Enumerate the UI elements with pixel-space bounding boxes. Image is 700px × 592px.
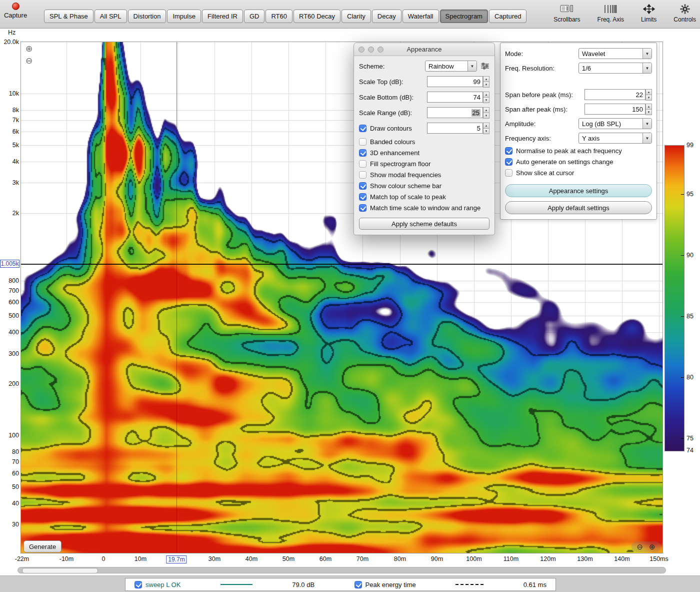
tab-decay[interactable]: Decay	[372, 10, 402, 23]
toolbar-button-scrollbars[interactable]: Scrollbars	[554, 3, 580, 23]
spin-down-icon[interactable]: ▼	[483, 113, 490, 119]
contour-interval-field[interactable]: 5	[427, 123, 483, 134]
fill-spectrogram-floor-checkbox[interactable]	[359, 160, 366, 168]
zoom-out-icon[interactable]: ⊖	[26, 57, 32, 65]
span-after-peak-spin-buttons[interactable]: ▲▼	[646, 104, 652, 115]
time-tick-label: 50m	[282, 555, 294, 562]
dialog-titlebar[interactable]: Appearance	[354, 43, 494, 56]
scale-range-field[interactable]: 25	[427, 107, 483, 118]
cursor-vertical-line	[176, 42, 177, 553]
horizontal-scrollbar[interactable]	[18, 567, 666, 573]
maximize-icon[interactable]	[378, 47, 384, 53]
frequency-axis-select[interactable]: Y axis▼	[578, 133, 652, 144]
freq-tick-label: 8k	[0, 107, 19, 114]
toolbar-button-freq-axis[interactable]: Freq. Axis	[598, 3, 624, 23]
tab-rt60-decay[interactable]: RT60 Decay	[294, 10, 340, 23]
spin-down-icon[interactable]: ▼	[483, 82, 490, 88]
match-time-scale-to-window-checkbox[interactable]	[359, 204, 366, 212]
time-tick-label: 60m	[320, 555, 332, 562]
scrollbar-thumb[interactable]	[22, 568, 98, 573]
spin-down-icon[interactable]: ▼	[483, 98, 490, 103]
spin-down-icon[interactable]: ▼	[646, 95, 652, 101]
spin-up-icon[interactable]: ▲	[483, 92, 490, 98]
scale-bottom-spin-buttons[interactable]: ▲▼	[483, 92, 490, 103]
scheme-select[interactable]: Rainbow▼	[425, 61, 477, 72]
3d-enhancement-row: 3D enhancement	[359, 149, 490, 157]
mode-select[interactable]: Wavelet▼	[578, 48, 652, 59]
peak-energy-checkbox[interactable]	[354, 581, 362, 588]
span-before-peak-field[interactable]: 22	[584, 89, 646, 100]
apply-default-settings-button[interactable]: Apply default settings	[505, 201, 652, 214]
time-tick-label: 100m	[466, 555, 482, 562]
spin-up-icon[interactable]: ▲	[483, 76, 490, 82]
tab-gd[interactable]: GD	[244, 10, 265, 23]
freq-resolution-select[interactable]: 1/6▼	[578, 63, 652, 74]
scale-top-field[interactable]: 99	[427, 76, 483, 87]
spin-down-icon[interactable]: ▼	[483, 129, 490, 134]
show-slice-at-cursor-row: Show slice at cursor	[505, 169, 652, 177]
minimize-icon[interactable]	[368, 47, 374, 53]
freq-tick-label: 70	[0, 458, 19, 465]
capture-label: Capture	[4, 12, 27, 19]
spin-up-icon[interactable]: ▲	[646, 104, 652, 110]
toolbar-button-controls[interactable]: Controls	[674, 3, 696, 23]
freq-tick-label: 20.0k	[0, 39, 19, 46]
tab-clarity[interactable]: Clarity	[342, 10, 371, 23]
capture-button[interactable]: Capture	[2, 3, 29, 19]
tab-impulse[interactable]: Impulse	[167, 10, 201, 23]
tab-distortion[interactable]: Distortion	[128, 10, 166, 23]
sweep-trace-checkbox[interactable]	[134, 581, 142, 588]
show-modal-frequencies-checkbox[interactable]	[359, 171, 366, 179]
span-after-peak-field[interactable]: 150	[584, 104, 646, 115]
peak-energy-item: Peak energy time	[354, 581, 416, 588]
spin-up-icon[interactable]: ▲	[646, 89, 652, 95]
toolbar-button-limits[interactable]: Limits	[641, 3, 656, 23]
show-colour-scheme-bar-checkbox[interactable]	[359, 182, 366, 190]
tab-filtered-ir[interactable]: Filtered IR	[202, 10, 243, 23]
spin-up-icon[interactable]: ▲	[483, 123, 490, 129]
cursor-freq-label: 1.005k	[0, 260, 20, 268]
tab-captured[interactable]: Captured	[489, 10, 526, 23]
freq-tick-label: 3k	[0, 179, 19, 186]
tab-all-spl[interactable]: All SPL	[94, 10, 127, 23]
apply-scheme-defaults-button[interactable]: Apply scheme defaults	[359, 218, 490, 230]
span-before-peak-row: Span before peak (ms):22▲▼	[505, 89, 652, 100]
chevron-down-icon: ▼	[642, 49, 652, 59]
tab-rt60[interactable]: RT60	[266, 10, 292, 23]
time-tick-label: 0	[102, 555, 106, 562]
zoom-in-icon[interactable]: ⊕	[26, 45, 32, 53]
zoom-out-icon[interactable]: ⊖	[636, 542, 643, 551]
tab-waterfall[interactable]: Waterfall	[402, 10, 439, 23]
normalise-to-peak-checkbox[interactable]	[505, 147, 512, 155]
spin-down-icon[interactable]: ▼	[646, 110, 652, 115]
3d-enhancement-checkbox[interactable]	[359, 149, 366, 157]
show-slice-at-cursor-checkbox[interactable]	[505, 169, 512, 177]
banded-colours-checkbox[interactable]	[359, 138, 366, 146]
freq-axis-label: Freq. Axis	[598, 16, 624, 23]
spin-up-icon[interactable]: ▲	[483, 107, 490, 113]
record-icon	[12, 3, 20, 10]
span-before-peak-label: Span before peak (ms):	[505, 91, 584, 99]
generate-button[interactable]: Generate	[24, 540, 62, 552]
scale-top-spin-buttons[interactable]: ▲▼	[483, 76, 490, 87]
amplitude-select[interactable]: Log (dB SPL)▼	[578, 118, 652, 129]
normalise-to-peak-label: Normalise to peak at each frequency	[516, 147, 622, 155]
mode-value: Wavelet	[579, 50, 642, 58]
span-before-peak-spin-buttons[interactable]: ▲▼	[646, 89, 652, 100]
close-icon[interactable]	[358, 47, 364, 53]
zoom-in-icon[interactable]: ⊕	[649, 542, 656, 551]
scale-bottom-field[interactable]: 74	[427, 92, 483, 103]
contour-interval-spin-buttons[interactable]: ▲▼	[483, 123, 490, 134]
tab-spectrogram[interactable]: Spectrogram	[440, 10, 488, 23]
match-top-of-scale-to-peak-checkbox[interactable]	[359, 193, 366, 201]
scheme-options-sliders-icon[interactable]	[480, 62, 490, 70]
auto-generate-checkbox[interactable]	[505, 158, 512, 166]
scheme-label: Scheme:	[359, 63, 384, 70]
time-tick-label: 90m	[431, 555, 443, 562]
dialog-title: Appearance	[406, 46, 442, 53]
freq-resolution-row: Freq. Resolution:1/6▼	[505, 63, 652, 74]
scale-range-spin-buttons[interactable]: ▲▼	[483, 107, 490, 118]
tab-spl-phase[interactable]: SPL & Phase	[44, 10, 94, 23]
draw-contours-checkbox[interactable]	[359, 125, 366, 132]
appearance-settings-button[interactable]: Appearance settings	[505, 184, 652, 197]
